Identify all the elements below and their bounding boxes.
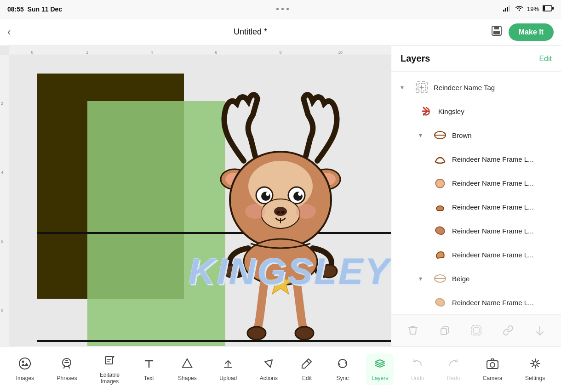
images-icon xyxy=(18,357,31,373)
save-icon[interactable] xyxy=(490,24,503,40)
layers-header: Layers Edit xyxy=(391,46,561,72)
frame-icon-6 xyxy=(433,295,447,310)
phrases-icon xyxy=(60,357,73,373)
tool-item-upload[interactable]: Upload xyxy=(214,353,242,385)
make-it-button[interactable]: Make It xyxy=(509,23,554,41)
wifi-icon xyxy=(515,5,523,13)
signal-icon xyxy=(503,5,511,13)
svg-rect-1 xyxy=(505,8,506,11)
brown-color-icon xyxy=(433,128,447,142)
link-layer-button[interactable] xyxy=(498,320,518,341)
move-down-button[interactable] xyxy=(530,320,550,341)
svg-rect-9 xyxy=(493,31,500,34)
frame-icon-4 xyxy=(433,223,447,238)
layer-name-frame-2: Reindeer Name Frame L... xyxy=(452,179,552,187)
camera-label: Camera xyxy=(483,375,503,381)
undo-icon xyxy=(411,357,424,373)
svg-rect-39 xyxy=(441,329,447,335)
status-center xyxy=(276,8,289,10)
layer-item-reindeer-name-tag[interactable]: ▾ Reindeer Name Tag xyxy=(391,75,561,99)
dot1 xyxy=(276,8,279,10)
layer-item-brown-group[interactable]: ▾ Brown xyxy=(391,123,561,147)
undo-label: Undo xyxy=(411,375,424,381)
layer-name-frame-3: Reindeer Name Frame L... xyxy=(452,203,552,211)
back-button[interactable]: ‹ xyxy=(7,26,11,38)
editable-images-label: EditableImages xyxy=(100,372,120,385)
tool-item-images[interactable]: Images xyxy=(11,353,40,385)
layer-name-frame-6: Reindeer Name Frame L... xyxy=(452,299,552,307)
svg-point-27 xyxy=(296,204,316,219)
tool-item-editable-images[interactable]: EditableImages xyxy=(94,350,125,389)
text-icon xyxy=(143,357,155,373)
shapes-icon xyxy=(181,357,194,373)
upload-icon xyxy=(222,357,235,373)
dot2 xyxy=(281,8,284,10)
layers-title: Layers xyxy=(401,53,430,64)
top-bar: ‹ Untitled * Make It xyxy=(0,18,561,46)
top-bar-right: Make It xyxy=(490,23,554,41)
deer-illustration[interactable] xyxy=(184,69,377,346)
svg-point-26 xyxy=(245,204,265,219)
svg-rect-40 xyxy=(472,326,481,335)
chevron-down-icon: ▾ xyxy=(401,84,410,91)
duplicate-layer-button[interactable] xyxy=(435,320,455,341)
layer-item-kingsley[interactable]: Kingsley xyxy=(391,99,561,123)
layer-name-frame-4: Reindeer Name Frame L... xyxy=(452,227,552,235)
tool-item-shapes[interactable]: Shapes xyxy=(172,353,202,385)
layer-item-frame-1[interactable]: Reindeer Name Frame L... xyxy=(391,147,561,171)
ruler-horizontal: 0 2 4 6 8 10 12 xyxy=(9,46,391,55)
layer-name-reindeer-name-tag: Reindeer Name Tag xyxy=(434,84,552,91)
layers-label: Layers xyxy=(372,375,388,381)
tool-item-redo[interactable]: Redo xyxy=(441,353,466,385)
tool-item-phrases[interactable]: Phrases xyxy=(51,353,82,385)
editable-images-icon xyxy=(103,354,116,370)
delete-layer-button[interactable] xyxy=(403,320,423,341)
layer-item-beige-group[interactable]: ▾ Beige xyxy=(391,267,561,290)
kingsley-text[interactable]: KINGSLEY xyxy=(189,250,391,293)
canvas-area[interactable]: 0 2 4 6 8 10 12 2 4 6 8 xyxy=(0,46,391,346)
tool-item-sync[interactable]: Sync xyxy=(331,353,355,385)
ruler-vertical: 2 4 6 8 xyxy=(0,55,9,346)
tool-item-actions[interactable]: Actions xyxy=(254,353,283,385)
layer-item-frame-3[interactable]: Reindeer Name Frame L... xyxy=(391,195,561,219)
tool-item-camera[interactable]: Camera xyxy=(477,353,508,385)
dot3 xyxy=(286,8,289,10)
text-label: Text xyxy=(144,375,154,381)
layers-edit-button[interactable]: Edit xyxy=(539,55,552,63)
upload-label: Upload xyxy=(219,375,237,381)
tool-item-edit[interactable]: Edit xyxy=(295,353,319,385)
settings-label: Settings xyxy=(525,375,545,381)
svg-rect-41 xyxy=(474,328,479,333)
layer-item-frame-2[interactable]: Reindeer Name Frame L... xyxy=(391,171,561,195)
layers-panel: Layers Edit ▾ Reindeer Name Tag Kings xyxy=(391,46,561,346)
actions-icon xyxy=(262,357,275,373)
layer-item-frame-4[interactable]: Reindeer Name Frame L... xyxy=(391,219,561,243)
battery-icon xyxy=(543,5,554,13)
tool-item-layers[interactable]: Layers xyxy=(366,353,394,385)
tool-item-settings[interactable]: Settings xyxy=(520,353,550,385)
svg-point-20 xyxy=(266,192,269,196)
layer-item-frame-6[interactable]: Reindeer Name Frame L... xyxy=(391,290,561,314)
svg-rect-45 xyxy=(105,357,113,364)
svg-point-25 xyxy=(281,211,285,214)
kingsley-layer-icon xyxy=(419,104,434,119)
layer-name-frame-5: Reindeer Name Frame L... xyxy=(452,251,552,259)
shapes-label: Shapes xyxy=(178,375,197,381)
beige-color-icon xyxy=(433,271,447,286)
layer-name-brown: Brown xyxy=(452,131,552,139)
tool-item-text[interactable]: Text xyxy=(137,353,161,385)
svg-point-43 xyxy=(22,361,24,363)
svg-rect-8 xyxy=(494,26,499,29)
layer-name-kingsley: Kingsley xyxy=(438,108,552,115)
layers-icon xyxy=(373,357,386,373)
group-layer-button[interactable] xyxy=(466,320,487,341)
tool-item-undo[interactable]: Undo xyxy=(406,353,430,385)
layer-item-frame-5[interactable]: Reindeer Name Frame L... xyxy=(391,243,561,267)
canvas-content[interactable]: KINGSLEY xyxy=(9,55,391,346)
svg-rect-3 xyxy=(509,6,510,11)
layer-name-beige: Beige xyxy=(452,275,552,283)
svg-point-42 xyxy=(19,358,30,369)
svg-point-47 xyxy=(490,363,495,367)
actions-label: Actions xyxy=(260,375,278,381)
sync-icon xyxy=(336,357,349,373)
